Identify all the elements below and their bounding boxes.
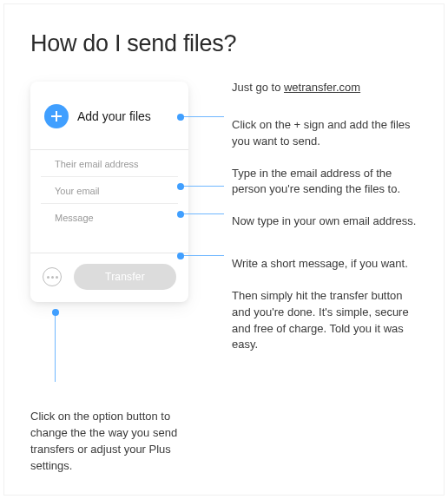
their-email-field[interactable]: Their email address — [41, 150, 178, 177]
step-your-email: Now type in your own email address. — [232, 213, 418, 230]
step-goto-prefix: Just go to — [232, 81, 284, 94]
wetransfer-link[interactable]: wetransfer.com — [284, 81, 360, 94]
step-their-email: Type in the email address of the person … — [232, 166, 418, 199]
callout-line — [181, 213, 224, 214]
plus-icon — [44, 104, 69, 128]
ellipsis-icon — [47, 276, 58, 279]
page-title: How do I send files? — [30, 30, 418, 57]
callout-line — [181, 116, 224, 117]
options-caption: Click on the option button to change the… — [30, 409, 195, 474]
step-goto: Just go to wetransfer.com — [232, 80, 418, 96]
options-button[interactable] — [43, 267, 62, 286]
step-transfer: Then simply hit the transfer button and … — [232, 288, 418, 353]
callout-line — [181, 186, 224, 187]
add-files-button[interactable]: Add your files — [30, 82, 188, 149]
transfer-card: Add your files Their email address Your … — [30, 82, 188, 302]
callout-line-vertical — [55, 312, 56, 382]
add-files-label: Add your files — [77, 109, 151, 123]
step-message: Write a short message, if you want. — [232, 256, 418, 272]
step-click-plus: Click on the + sign and add the files yo… — [232, 117, 418, 150]
message-field[interactable]: Message — [41, 204, 178, 253]
your-email-field[interactable]: Your email — [41, 177, 178, 204]
instructions: Just go to wetransfer.com Click on the +… — [232, 82, 418, 369]
svg-rect-1 — [51, 115, 62, 117]
transfer-button[interactable]: Transfer — [74, 264, 176, 290]
callout-line — [181, 255, 224, 256]
